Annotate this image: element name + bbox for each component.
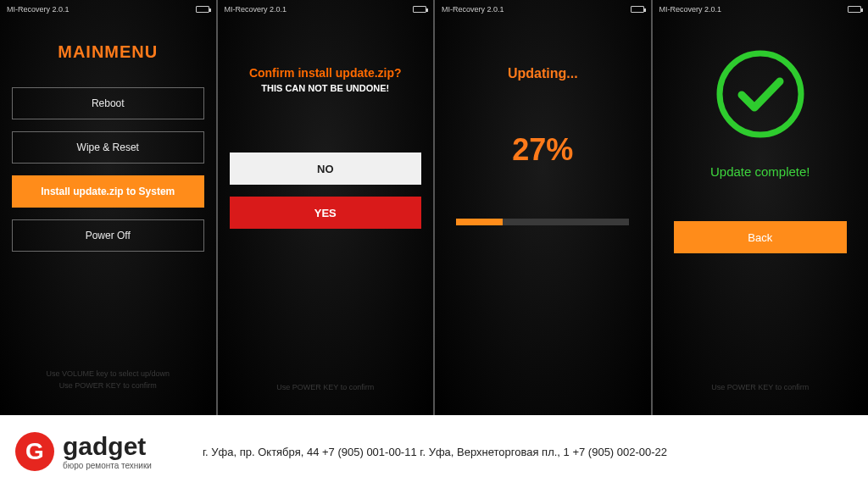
svg-point-0 [720, 53, 801, 135]
brand-name: gadget [63, 434, 152, 459]
mainmenu-title: MAINMENU [58, 42, 158, 62]
battery-icon [848, 6, 861, 13]
brand-tagline: бюро ремонта техники [63, 461, 152, 470]
updating-title: Updating... [508, 66, 578, 81]
progress-bar [456, 219, 629, 225]
footer-contacts: г. Уфа, пр. Октября, 44 +7 (905) 001-00-… [203, 446, 667, 458]
recovery-title: MI-Recovery 2.0.1 [442, 5, 504, 14]
yes-button[interactable]: YES [230, 197, 422, 229]
confirm-title: Confirm install update.zip? [249, 66, 402, 80]
brand-logo: G gadget бюро ремонта техники [15, 432, 152, 471]
status-bar: MI-Recovery 2.0.1 [435, 0, 651, 15]
hint-text: Use VOLUME key to select up/down Use POW… [0, 369, 216, 391]
screen-mainmenu: MI-Recovery 2.0.1 MAINMENU Reboot Wipe &… [0, 0, 216, 415]
footer: G gadget бюро ремонта техники г. Уфа, пр… [0, 415, 868, 488]
screen-complete: MI-Recovery 2.0.1 Update complete! Back … [653, 0, 869, 415]
hint-text: Use POWER KEY to confirm [653, 383, 869, 391]
recovery-title: MI-Recovery 2.0.1 [659, 5, 722, 14]
status-bar: MI-Recovery 2.0.1 [0, 0, 216, 15]
status-bar: MI-Recovery 2.0.1 [653, 0, 869, 15]
menu-wipe-reset[interactable]: Wipe & Reset [12, 131, 204, 164]
battery-icon [631, 6, 644, 13]
back-button[interactable]: Back [674, 221, 847, 253]
menu-reboot[interactable]: Reboot [12, 87, 204, 119]
menu-power-off[interactable]: Power Off [12, 219, 204, 252]
confirm-subtitle: THIS CAN NOT BE UNDONE! [261, 83, 389, 93]
logo-icon: G [15, 432, 54, 471]
menu-install-update[interactable]: Install update.zip to System [12, 175, 204, 208]
checkmark-icon [714, 47, 807, 144]
status-bar: MI-Recovery 2.0.1 [218, 0, 434, 15]
no-button[interactable]: NO [230, 152, 422, 185]
recovery-title: MI-Recovery 2.0.1 [7, 5, 70, 14]
screen-confirm: MI-Recovery 2.0.1 Confirm install update… [218, 0, 434, 415]
complete-text: Update complete! [710, 164, 810, 179]
battery-icon [413, 6, 426, 13]
screen-updating: MI-Recovery 2.0.1 Updating... 27% [435, 0, 651, 415]
screens-row: MI-Recovery 2.0.1 MAINMENU Reboot Wipe &… [0, 0, 868, 415]
progress-percent: 27% [512, 132, 573, 168]
hint-text: Use POWER KEY to confirm [218, 383, 434, 391]
battery-icon [196, 6, 209, 13]
recovery-title: MI-Recovery 2.0.1 [225, 5, 287, 14]
progress-fill [456, 219, 503, 225]
